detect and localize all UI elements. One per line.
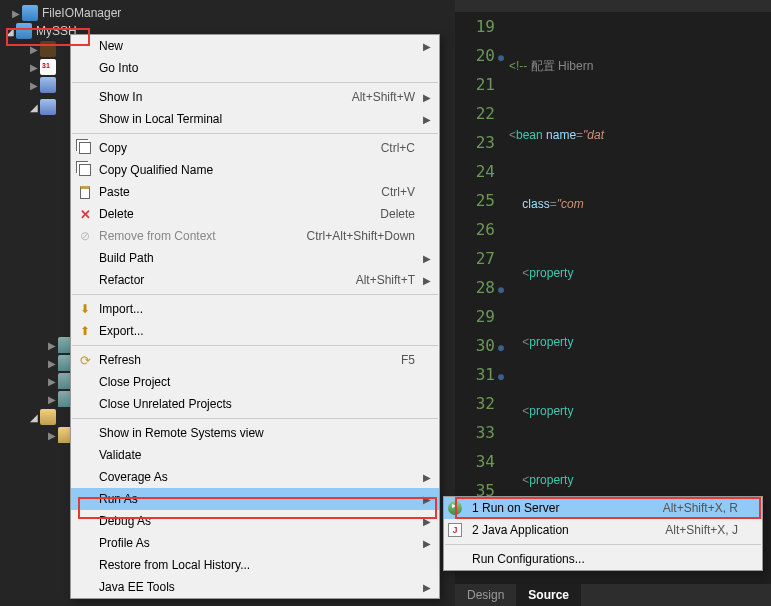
separator (72, 418, 438, 419)
menu-new[interactable]: New▶ (71, 35, 439, 57)
arrow-icon: ▶ (46, 358, 58, 369)
arrow-down-icon: ◢ (28, 412, 40, 423)
menu-show-remote[interactable]: Show in Remote Systems view (71, 422, 439, 444)
menu-refactor[interactable]: RefactorAlt+Shift+T▶ (71, 269, 439, 291)
line-num: 34 (455, 447, 495, 476)
menu-profile-as[interactable]: Profile As▶ (71, 532, 439, 554)
line-num: 28 (455, 273, 495, 302)
menu-run-as[interactable]: Run As▶ (71, 488, 439, 510)
line-num: 24 (455, 157, 495, 186)
context-menu: New▶ Go Into Show InAlt+Shift+W▶ Show in… (70, 34, 440, 599)
remove-icon: ⊘ (75, 228, 95, 244)
menu-close-project[interactable]: Close Project (71, 371, 439, 393)
line-num: 30 (455, 331, 495, 360)
submenu-run-on-server[interactable]: 1 Run on ServerAlt+Shift+X, R (444, 497, 762, 519)
arrow-down-icon: ◢ (4, 26, 16, 37)
folder-icon (40, 409, 56, 425)
arrow-icon: ▶ (46, 394, 58, 405)
line-num: 25 (455, 186, 495, 215)
line-num: 27 (455, 244, 495, 273)
lib-icon (40, 99, 56, 115)
delete-icon: ✕ (80, 207, 91, 222)
tab-source[interactable]: Source (516, 584, 581, 606)
refresh-icon: ⟳ (80, 353, 91, 368)
menu-go-into[interactable]: Go Into (71, 57, 439, 79)
run-as-submenu: 1 Run on ServerAlt+Shift+X, R J2 Java Ap… (443, 496, 763, 571)
arrow-icon: ▶ (28, 80, 40, 91)
line-num: 21 (455, 70, 495, 99)
menu-show-in[interactable]: Show InAlt+Shift+W▶ (71, 86, 439, 108)
arrow-icon: ▶ (46, 376, 58, 387)
arrow-down-icon: ◢ (28, 102, 40, 113)
tree-item-fileio[interactable]: ▶ FileIOManager (0, 4, 455, 22)
menu-copy[interactable]: CopyCtrl+C (71, 137, 439, 159)
menu-build-path[interactable]: Build Path▶ (71, 247, 439, 269)
line-num: 22 (455, 99, 495, 128)
export-icon: ⬆ (75, 323, 95, 339)
java-app-icon: J (448, 523, 462, 537)
line-num: 20 (455, 41, 495, 70)
submenu-run-configurations[interactable]: Run Configurations... (444, 548, 762, 570)
tab-design[interactable]: Design (455, 584, 516, 606)
line-num: 23 (455, 128, 495, 157)
separator (72, 133, 438, 134)
project-icon (16, 23, 32, 39)
menu-copy-qualified[interactable]: Copy Qualified Name (71, 159, 439, 181)
separator (72, 294, 438, 295)
submenu-java-application[interactable]: J2 Java ApplicationAlt+Shift+X, J (444, 519, 762, 541)
menu-paste[interactable]: PasteCtrl+V (71, 181, 439, 203)
menu-javaee-tools[interactable]: Java EE Tools▶ (71, 576, 439, 598)
jre-icon (40, 59, 56, 75)
editor-bottom-tabs: Design Source (455, 584, 771, 606)
copy-icon (79, 164, 91, 176)
separator (72, 82, 438, 83)
package-icon (40, 41, 56, 57)
separator (72, 345, 438, 346)
import-icon: ⬇ (75, 301, 95, 317)
line-num: 29 (455, 302, 495, 331)
arrow-icon: ▶ (10, 8, 22, 19)
arrow-icon: ▶ (28, 44, 40, 55)
menu-debug-as[interactable]: Debug As▶ (71, 510, 439, 532)
project-icon (22, 5, 38, 21)
menu-import[interactable]: ⬇Import... (71, 298, 439, 320)
menu-close-unrelated[interactable]: Close Unrelated Projects (71, 393, 439, 415)
line-num: 32 (455, 389, 495, 418)
arrow-icon: ▶ (46, 340, 58, 351)
line-num: 19 (455, 12, 495, 41)
copy-icon (79, 142, 91, 154)
tree-label: FileIOManager (42, 6, 121, 20)
line-num: 31 (455, 360, 495, 389)
line-num: 26 (455, 215, 495, 244)
menu-validate[interactable]: Validate (71, 444, 439, 466)
code-text: <!-- (509, 59, 531, 73)
arrow-icon: ▶ (46, 430, 58, 441)
menu-restore-history[interactable]: Restore from Local History... (71, 554, 439, 576)
run-server-icon (448, 501, 462, 515)
line-num: 33 (455, 418, 495, 447)
menu-export[interactable]: ⬆Export... (71, 320, 439, 342)
line-gutter: 19 20 21 22 23 24 25 26 27 28 29 30 31 3… (455, 12, 503, 505)
menu-coverage-as[interactable]: Coverage As▶ (71, 466, 439, 488)
separator (445, 544, 761, 545)
server-lib-icon (40, 77, 56, 93)
editor-tabs (455, 0, 771, 12)
menu-show-local-terminal[interactable]: Show in Local Terminal▶ (71, 108, 439, 130)
menu-remove-context: ⊘Remove from ContextCtrl+Alt+Shift+Down (71, 225, 439, 247)
menu-delete[interactable]: ✕DeleteDelete (71, 203, 439, 225)
paste-icon (80, 186, 90, 199)
menu-refresh[interactable]: ⟳RefreshF5 (71, 349, 439, 371)
arrow-icon: ▶ (28, 62, 40, 73)
